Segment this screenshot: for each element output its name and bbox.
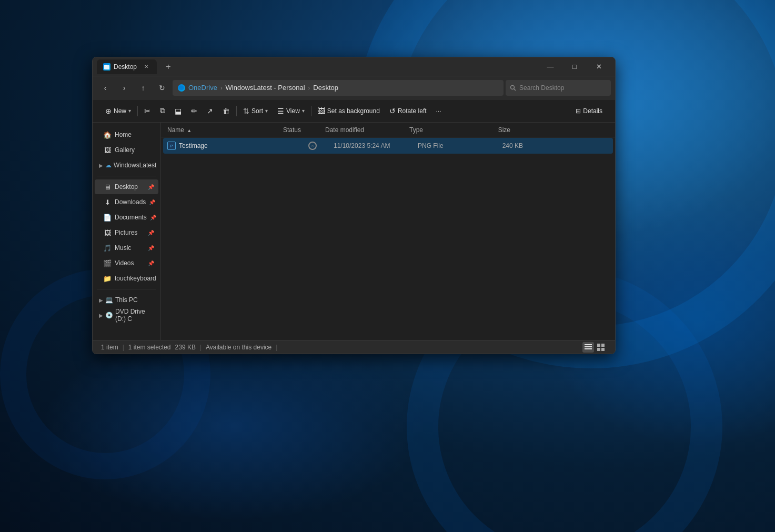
file-area: Name ▲ Status Date modified Type Size (161, 123, 615, 340)
share-button[interactable]: ↗ (203, 103, 217, 119)
column-headers: Name ▲ Status Date modified Type Size (161, 123, 615, 137)
table-row[interactable]: P Testimage ○ 11/10/2023 5:24 AM PNG Fil… (163, 138, 613, 154)
rotate-icon: ↺ (389, 107, 396, 115)
sidebar-item-this-pc[interactable]: ▶ 💻 This PC (95, 293, 158, 307)
breadcrumb-sep-1: › (220, 85, 223, 91)
details-label: Details (583, 107, 602, 115)
tab-title: Desktop (114, 63, 137, 71)
explorer-tab[interactable]: Desktop ✕ (97, 59, 157, 74)
sort-icon: ⇅ (243, 107, 249, 115)
sidebar-item-videos[interactable]: 🎬 Videos 📌 (95, 256, 158, 270)
forward-button[interactable]: › (116, 79, 133, 96)
expand-arrow-this-pc: ▶ (99, 297, 103, 303)
grid-view-button[interactable] (595, 342, 607, 353)
paste-button[interactable]: ⬓ (170, 103, 186, 119)
sidebar-label-gallery: Gallery (115, 146, 135, 154)
rename-icon: ✏ (191, 107, 197, 115)
paste-icon: ⬓ (175, 107, 182, 115)
search-box[interactable]: Search Desktop (506, 80, 611, 96)
svg-rect-6 (585, 348, 592, 349)
breadcrumb-sep-2: › (308, 85, 310, 91)
sidebar-item-desktop[interactable]: 🖥 Desktop 📌 (95, 179, 158, 194)
copy-icon: ⧉ (160, 106, 165, 115)
view-label: View (286, 107, 300, 115)
view-button[interactable]: ☰ View ▾ (273, 103, 309, 119)
sidebar-label-pictures: Pictures (115, 229, 137, 236)
sort-button[interactable]: ⇅ Sort ▾ (239, 103, 272, 119)
minimize-button[interactable]: — (538, 57, 562, 76)
sidebar-item-gallery[interactable]: 🖼 Gallery (95, 143, 158, 157)
search-icon (510, 85, 516, 91)
sort-indicator-name: ▲ (187, 128, 192, 133)
sidebar-item-pictures[interactable]: 🖼 Pictures 📌 (95, 225, 158, 240)
svg-line-3 (514, 89, 516, 91)
file-name: Testimage (179, 142, 291, 149)
svg-rect-1 (104, 65, 107, 66)
address-bar[interactable]: OneDrive › WindowsLatest - Personal › De… (173, 80, 504, 96)
status-count: 1 item (101, 344, 118, 351)
col-header-modified[interactable]: Date modified (323, 126, 407, 134)
status-availability: Available on this device (206, 344, 271, 351)
breadcrumb-personal: WindowsLatest - Personal (226, 84, 305, 92)
new-tab-button[interactable]: + (161, 59, 176, 74)
svg-rect-7 (597, 344, 600, 347)
sidebar-label-videos: Videos (115, 259, 134, 267)
desktop-icon: 🖥 (103, 183, 112, 191)
cut-icon: ✂ (144, 107, 150, 115)
set-background-button[interactable]: 🖼 Set as background (314, 103, 384, 119)
this-pc-icon: 💻 (105, 296, 113, 304)
up-button[interactable]: ↑ (135, 79, 152, 96)
music-icon: 🎵 (103, 244, 112, 252)
cut-button[interactable]: ✂ (140, 103, 155, 119)
svg-rect-5 (585, 346, 592, 347)
pictures-pin-icon: 📌 (148, 230, 154, 236)
share-icon: ↗ (207, 107, 213, 115)
sort-label: Sort (251, 107, 263, 115)
tab-close-button[interactable]: ✕ (142, 63, 150, 71)
col-header-status[interactable]: Status (281, 126, 323, 134)
sidebar-item-music[interactable]: 🎵 Music 📌 (95, 240, 158, 255)
png-icon: P (167, 142, 176, 150)
sidebar-label-dvd-drive: DVD Drive (D:) C (115, 308, 154, 323)
sidebar-divider-2 (97, 289, 156, 289)
new-button[interactable]: ⊕ New ▾ (101, 103, 135, 119)
status-sep-1: | (123, 344, 124, 351)
details-button[interactable]: ⊟ Details (571, 103, 607, 119)
more-button[interactable]: ··· (432, 103, 446, 119)
back-button[interactable]: ‹ (97, 79, 114, 96)
breadcrumb-onedrive: OneDrive (188, 84, 217, 92)
toolbar-sep-1 (137, 106, 138, 116)
rotate-left-button[interactable]: ↺ Rotate left (385, 103, 431, 119)
file-size: 240 KB (481, 142, 523, 149)
delete-button[interactable]: 🗑 (218, 103, 234, 119)
list-view-button[interactable] (582, 342, 594, 353)
sidebar-item-documents[interactable]: 📄 Documents 📌 (95, 210, 158, 225)
col-header-type[interactable]: Type (407, 126, 470, 134)
maximize-button[interactable]: □ (562, 57, 587, 76)
close-button[interactable]: ✕ (587, 57, 611, 76)
refresh-button[interactable]: ↻ (154, 79, 170, 96)
sidebar-label-documents: Documents (115, 214, 147, 221)
sidebar-item-downloads[interactable]: ⬇ Downloads 📌 (95, 195, 158, 209)
sidebar-item-windowslatest[interactable]: ▶ ☁ WindowsLatest (95, 158, 158, 173)
explorer-window: Desktop ✕ + — □ ✕ ‹ › ↑ ↻ OneDrive › Win… (92, 57, 616, 354)
sidebar-item-dvd-drive[interactable]: ▶ 💿 DVD Drive (D:) C (95, 308, 158, 323)
sidebar-item-touchkeyboard[interactable]: 📁 touchkeyboard (95, 271, 158, 286)
new-label: New (114, 107, 126, 115)
dvd-drive-icon: 💿 (105, 312, 113, 319)
col-header-size[interactable]: Size (470, 126, 512, 134)
copy-button[interactable]: ⧉ (156, 103, 169, 119)
col-header-name[interactable]: Name ▲ (165, 126, 281, 134)
main-area: 🏠 Home 🖼 Gallery ▶ ☁ WindowsLatest 🖥 Des… (93, 123, 615, 340)
new-icon: ⊕ (105, 107, 112, 115)
delete-icon: 🗑 (223, 107, 230, 115)
more-icon: ··· (436, 107, 441, 115)
svg-rect-9 (597, 348, 600, 351)
sidebar-label-desktop: Desktop (115, 183, 138, 190)
sidebar-label-music: Music (115, 244, 131, 252)
downloads-icon: ⬇ (103, 198, 112, 206)
sidebar-item-home[interactable]: 🏠 Home (95, 127, 158, 142)
gallery-icon: 🖼 (103, 146, 112, 154)
rename-button[interactable]: ✏ (187, 103, 202, 119)
details-icon: ⊟ (576, 107, 581, 115)
